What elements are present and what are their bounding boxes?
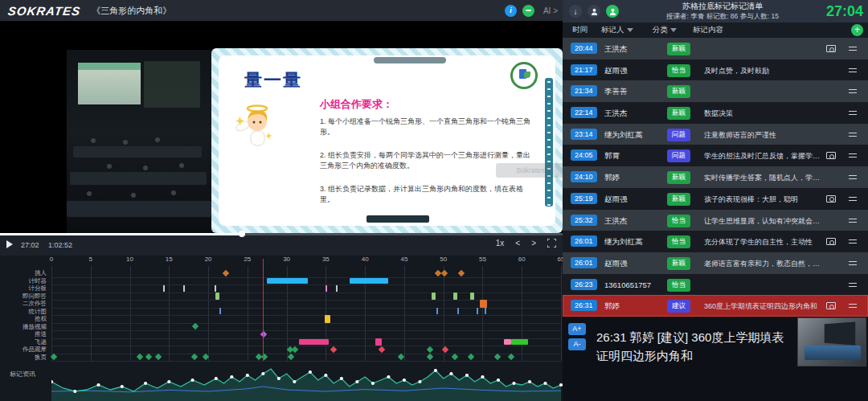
row-menu-icon[interactable] xyxy=(849,261,857,265)
snapshot-icon[interactable] xyxy=(826,45,836,52)
timeline-marker[interactable] xyxy=(192,323,199,329)
timeline-marker[interactable] xyxy=(183,285,185,292)
timeline-marker[interactable] xyxy=(215,285,216,292)
row-menu-icon[interactable] xyxy=(849,304,857,308)
download-icon[interactable]: ↓ xyxy=(569,5,582,18)
table-row[interactable]: 26:01赵雨强新颖老师语言富有亲和力，教态自然，端庄 xyxy=(563,252,868,274)
table-row[interactable]: 24:05郭霄问题学生的想法及时汇总反馈，掌握学习初始状态。 xyxy=(563,145,868,166)
progress-bar[interactable] xyxy=(0,233,563,235)
row-menu-icon[interactable] xyxy=(849,47,857,51)
table-row[interactable]: 21:34李善善新颖 xyxy=(563,80,868,102)
snapshot-icon[interactable] xyxy=(826,195,836,203)
slide-video: 量一量 小组合作要求： 1. 每个小组准备一个锐角三角形、一个直角三角形和一个钝… xyxy=(211,48,563,233)
timeline-marker[interactable] xyxy=(299,339,329,345)
play-button[interactable] xyxy=(6,240,13,248)
timeline-marker[interactable] xyxy=(350,278,389,284)
timeline-marker[interactable] xyxy=(477,308,478,314)
timeline-marker[interactable] xyxy=(163,285,165,292)
desk-row xyxy=(70,172,207,185)
row-menu-icon[interactable] xyxy=(849,133,857,137)
filter-icon[interactable] xyxy=(627,28,633,32)
message-glyph xyxy=(526,10,531,11)
timeline-marker[interactable] xyxy=(440,270,447,276)
table-row[interactable]: 23:14继为刘红蒿问题注意教师语言的严谨性 xyxy=(563,124,868,145)
row-menu-icon[interactable] xyxy=(849,197,857,201)
info-icon[interactable]: i xyxy=(505,5,517,17)
row-menu-icon[interactable] xyxy=(849,175,857,179)
mark-content: 及时点赞，及时鼓励 xyxy=(704,66,825,76)
timeline-marker[interactable] xyxy=(458,270,465,276)
timeline-marker[interactable] xyxy=(470,293,474,300)
row-menu-icon[interactable] xyxy=(849,89,857,93)
table-row[interactable]: 26:31郭婷建议360度上学期填表证明四边形内角和 xyxy=(563,295,868,317)
timeline-marker[interactable] xyxy=(325,315,330,323)
timeline-marker[interactable] xyxy=(292,346,298,353)
presenter-icon[interactable] xyxy=(606,5,619,18)
table-row[interactable]: 26:01继为刘红蒿恰当充分体现了学生的自主性，主动性 xyxy=(563,231,868,252)
spark-data-point xyxy=(230,375,233,378)
table-row[interactable]: 25:32王洪杰恰当让学生思维显露，认知有冲突就会有精彩的生成 xyxy=(563,210,868,231)
timeline-marker[interactable] xyxy=(485,308,486,314)
spark-data-point xyxy=(465,374,469,377)
table-row[interactable]: 26:2313610651757恰当 xyxy=(563,274,868,296)
font-increase-button[interactable]: A+ xyxy=(568,323,586,335)
message-icon[interactable] xyxy=(522,5,534,17)
snapshot-icon[interactable] xyxy=(826,152,836,159)
table-row[interactable]: 24:10郭婷新颖实时传播学生答案，随机点人，学生参与度非常高。 xyxy=(563,166,868,188)
progress-handle[interactable] xyxy=(239,231,245,237)
table-row[interactable]: 20:44王洪杰新颖 xyxy=(563,38,868,59)
row-menu-icon[interactable] xyxy=(849,239,857,243)
slide-bullet-item: 1. 每个小组准备一个锐角三角形、一个直角三角形和一个钝角三角形。 xyxy=(320,117,535,137)
row-menu-icon[interactable] xyxy=(849,153,857,158)
timeline-marker[interactable] xyxy=(219,308,221,314)
add-mark-button[interactable]: + xyxy=(851,24,863,36)
row-menu-icon[interactable] xyxy=(849,111,857,115)
filter-icon[interactable] xyxy=(670,28,677,32)
timeline-marker[interactable] xyxy=(378,346,384,353)
row-menu-icon[interactable] xyxy=(849,283,857,287)
timeline-marker[interactable] xyxy=(215,293,219,300)
timeline-marker[interactable] xyxy=(336,285,338,292)
table-row[interactable]: 21:17赵雨强恰当及时点赞，及时鼓励 xyxy=(563,59,868,81)
timeline-marker[interactable] xyxy=(326,285,327,292)
timeline-marker[interactable] xyxy=(480,300,487,308)
timeline-marker[interactable] xyxy=(504,339,511,345)
detail-thumbnail[interactable] xyxy=(797,317,866,366)
marker-name: 王洪杰 xyxy=(604,44,667,55)
snapshot-icon[interactable] xyxy=(826,238,836,245)
row-menu-icon[interactable] xyxy=(849,219,857,223)
ai-menu[interactable]: AI > xyxy=(543,6,558,15)
category-tag: 问题 xyxy=(667,129,690,141)
timeline-marker[interactable] xyxy=(267,278,308,284)
timeline-marker[interactable] xyxy=(222,270,228,276)
speed-button[interactable]: 1x xyxy=(496,239,505,248)
timeline-marker[interactable] xyxy=(453,293,457,300)
time-badge: 22:14 xyxy=(571,107,597,118)
timeline-marker[interactable] xyxy=(427,346,433,353)
user-icon[interactable] xyxy=(588,5,600,18)
snapshot-icon[interactable] xyxy=(826,302,836,309)
row-menu-icon[interactable] xyxy=(849,68,857,72)
next-button[interactable]: > xyxy=(531,239,536,248)
spark-data-point xyxy=(528,380,531,383)
table-row[interactable]: 25:19赵雨强新颖孩子的表现很棒：大胆，聪明 xyxy=(563,188,868,210)
axis-tick-label: 55 xyxy=(479,256,486,263)
timeline-marker[interactable] xyxy=(436,308,438,314)
marker-name: 赵雨强 xyxy=(604,194,667,205)
progress-fill xyxy=(0,233,242,235)
classroom-video xyxy=(67,50,211,233)
timeline-marker[interactable] xyxy=(457,308,459,314)
time-badge: 24:10 xyxy=(571,171,597,182)
timeline-marker[interactable] xyxy=(375,338,382,346)
timeline-marker[interactable] xyxy=(441,346,448,353)
timeline-row-label-二次作答: 二次作答 xyxy=(0,300,47,308)
prev-button[interactable]: < xyxy=(515,239,520,248)
timeline-marker[interactable] xyxy=(330,346,337,353)
timeline-marker[interactable] xyxy=(432,293,436,300)
fullscreen-icon[interactable] xyxy=(547,239,556,248)
video-area[interactable]: 量一量 小组合作要求： 1. 每个小组准备一个锐角三角形、一个直角三角形和一个钝… xyxy=(0,21,563,233)
timeline-marker[interactable] xyxy=(511,339,528,345)
mark-content: 数据决策 xyxy=(704,108,825,119)
table-row[interactable]: 22:14王洪杰新颖数据决策 xyxy=(563,102,868,124)
font-decrease-button[interactable]: A- xyxy=(568,338,586,350)
